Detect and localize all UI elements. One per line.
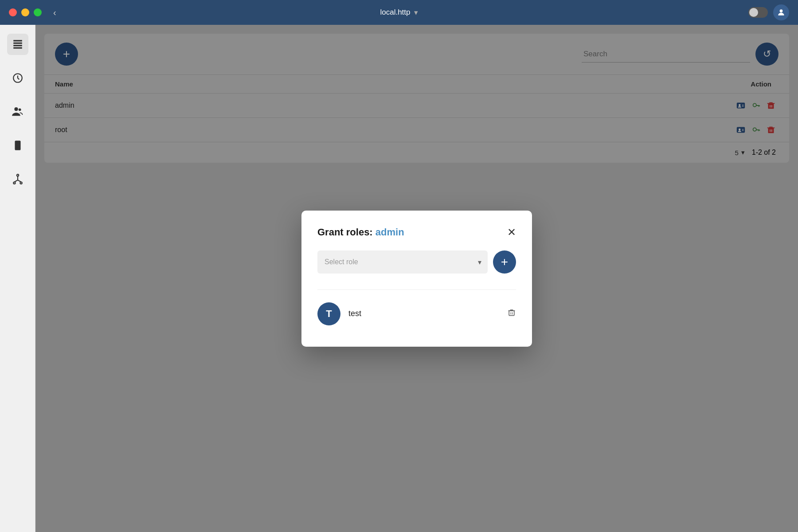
svg-line-16 bbox=[14, 180, 18, 182]
clock-icon bbox=[12, 72, 23, 84]
svg-point-0 bbox=[780, 9, 783, 12]
modal-title-prefix: Grant roles: bbox=[317, 227, 376, 238]
modal-divider bbox=[317, 289, 516, 290]
remove-role-button[interactable] bbox=[507, 308, 516, 319]
role-avatar: T bbox=[317, 302, 340, 325]
grant-roles-modal: Grant roles: admin ✕ Select role ▾ + bbox=[301, 211, 532, 347]
main-content: + ↺ Name Action ad bbox=[35, 25, 798, 532]
close-window-button[interactable] bbox=[9, 8, 17, 16]
user-icon bbox=[777, 8, 786, 17]
modal-add-role-button[interactable]: + bbox=[493, 250, 516, 274]
role-name: test bbox=[348, 309, 499, 318]
svg-rect-2 bbox=[13, 43, 22, 44]
window-title: local.http ▾ bbox=[380, 8, 418, 17]
svg-point-7 bbox=[18, 108, 21, 111]
table-icon bbox=[12, 39, 23, 50]
modal-header: Grant roles: admin ✕ bbox=[317, 227, 516, 238]
svg-point-14 bbox=[20, 182, 22, 184]
titlebar-right-controls bbox=[748, 4, 789, 20]
users-icon bbox=[12, 106, 24, 118]
svg-line-17 bbox=[18, 180, 21, 182]
modal-role-item: T test bbox=[317, 302, 516, 325]
minimize-window-button[interactable] bbox=[21, 8, 29, 16]
window-controls: ‹ bbox=[9, 8, 42, 16]
svg-point-9 bbox=[16, 142, 19, 145]
sidebar-item-hierarchy[interactable] bbox=[7, 168, 28, 190]
svg-rect-11 bbox=[16, 148, 19, 149]
svg-rect-1 bbox=[13, 40, 22, 41]
trash-icon bbox=[507, 308, 516, 317]
modal-close-button[interactable]: ✕ bbox=[507, 227, 516, 238]
svg-rect-8 bbox=[15, 141, 20, 150]
svg-rect-10 bbox=[16, 146, 19, 147]
sidebar-item-history[interactable] bbox=[7, 67, 28, 89]
title-dropdown-icon[interactable]: ▾ bbox=[414, 8, 418, 17]
svg-rect-42 bbox=[509, 311, 514, 316]
svg-point-12 bbox=[16, 174, 18, 176]
theme-toggle[interactable] bbox=[748, 7, 768, 18]
sidebar-item-roles[interactable] bbox=[7, 135, 28, 156]
role-select-chevron-icon: ▾ bbox=[478, 258, 481, 266]
sidebar-item-table[interactable] bbox=[7, 34, 28, 55]
svg-point-6 bbox=[14, 107, 18, 111]
app-body: + ↺ Name Action ad bbox=[0, 25, 798, 532]
sidebar-item-users[interactable] bbox=[7, 101, 28, 122]
modal-title-accent: admin bbox=[376, 227, 404, 238]
modal-select-row: Select role ▾ + bbox=[317, 250, 516, 274]
back-button[interactable]: ‹ bbox=[53, 8, 56, 18]
badge-icon bbox=[12, 140, 23, 151]
role-select-display[interactable]: Select role bbox=[317, 250, 488, 274]
role-select-placeholder: Select role bbox=[325, 258, 358, 266]
sidebar bbox=[0, 25, 35, 532]
title-text: local.http bbox=[380, 8, 410, 17]
svg-rect-4 bbox=[13, 47, 22, 49]
hierarchy-icon bbox=[12, 173, 23, 185]
user-menu-button[interactable] bbox=[773, 4, 789, 20]
svg-point-13 bbox=[13, 182, 15, 184]
maximize-window-button[interactable] bbox=[34, 8, 42, 16]
modal-roles-list: T test bbox=[317, 302, 516, 325]
role-select-wrap: Select role ▾ bbox=[317, 250, 488, 274]
modal-title: Grant roles: admin bbox=[317, 227, 404, 238]
titlebar: ‹ local.http ▾ bbox=[0, 0, 798, 25]
svg-rect-3 bbox=[13, 45, 22, 46]
modal-overlay[interactable]: Grant roles: admin ✕ Select role ▾ + bbox=[35, 25, 798, 532]
